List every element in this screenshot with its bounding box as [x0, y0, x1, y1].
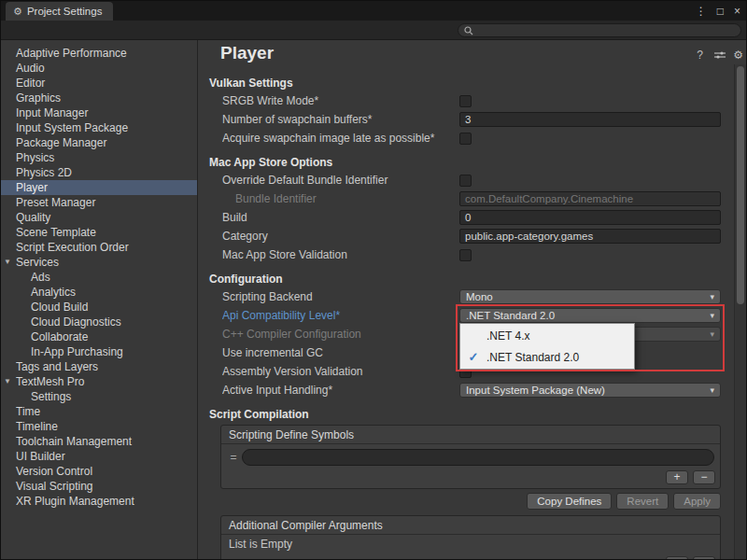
toolbar — [1, 21, 746, 40]
sidebar-item[interactable]: In-App Purchasing — [1, 344, 197, 359]
sidebar-item[interactable]: Toolchain Management — [1, 434, 197, 449]
build-field[interactable]: 0 — [459, 210, 721, 225]
sidebar-item[interactable]: Cloud Build — [1, 300, 197, 315]
sidebar-item[interactable]: Cloud Diagnostics — [1, 315, 197, 329]
sidebar-item[interactable]: Analytics — [1, 285, 197, 300]
sidebar-item[interactable]: Timeline — [1, 419, 197, 434]
category-field[interactable]: public.app-category.games — [459, 229, 721, 244]
apply-button[interactable]: Apply — [673, 493, 721, 510]
row-swapchain-buffers: Number of swapchain buffers* 3 — [198, 110, 734, 129]
sidebar-item[interactable]: Physics — [1, 150, 197, 165]
title-bar: ⚙ Project Settings ⋮ □ × — [1, 1, 746, 21]
sidebar-item[interactable]: ▼ TextMesh Pro — [1, 374, 197, 389]
sidebar-item[interactable]: Ads — [1, 270, 197, 285]
sidebar-item[interactable]: Visual Scripting — [1, 479, 197, 494]
sidebar-item-label: Version Control — [16, 465, 92, 478]
maximize-icon[interactable]: □ — [717, 5, 724, 18]
tab-project-settings[interactable]: ⚙ Project Settings — [6, 2, 113, 21]
scripting-backend-dropdown[interactable]: Mono ▾ — [459, 289, 721, 304]
sidebar-item[interactable]: Physics 2D — [1, 165, 197, 180]
sidebar-item[interactable]: Input Manager — [1, 105, 197, 120]
panel-header: Player ? ⚙ — [198, 40, 746, 68]
row-build: Build 0 — [198, 208, 734, 227]
sidebar-item[interactable]: Tags and Layers — [1, 359, 197, 374]
sidebar-item[interactable]: ▼ Services — [1, 255, 197, 270]
sidebar-item-label: Input Manager — [16, 106, 88, 119]
sidebar-item[interactable]: Quality — [1, 210, 197, 225]
sidebar-item[interactable]: Collaborate — [1, 329, 197, 344]
foldout-triangle-icon[interactable]: ▼ — [4, 374, 14, 389]
sidebar-item[interactable]: Time — [1, 404, 197, 419]
project-settings-window: ⚙ Project Settings ⋮ □ × Adaptive Perfor… — [0, 0, 747, 560]
sidebar-item-label: Visual Scripting — [16, 480, 93, 493]
sidebar-item-label: Cloud Build — [31, 301, 88, 314]
presets-icon[interactable] — [714, 50, 726, 60]
section-mac-app-store: Mac App Store Options — [209, 154, 734, 171]
checkmark-icon: ✓ — [460, 350, 486, 364]
sidebar-item-label: Graphics — [16, 91, 61, 105]
copy-defines-button[interactable]: Copy Defines — [527, 493, 612, 510]
sidebar-item-label: Scene Template — [16, 226, 96, 239]
row-acquire-swapchain: Acquire swapchain image late as possible… — [198, 129, 734, 147]
sidebar-item[interactable]: Input System Package — [1, 120, 197, 135]
foldout-triangle-icon[interactable]: ▼ — [4, 255, 14, 270]
swapchain-buffers-field[interactable]: 3 — [459, 112, 721, 127]
close-icon[interactable]: × — [734, 5, 740, 18]
panel-gear-icon[interactable]: ⚙ — [733, 49, 743, 62]
page-title: Player — [220, 43, 274, 63]
srgb-write-mode-checkbox[interactable] — [459, 95, 472, 107]
help-icon[interactable]: ? — [697, 49, 703, 62]
window-menu-icon[interactable]: ⋮ — [696, 5, 707, 18]
sidebar-item[interactable]: Graphics — [1, 91, 197, 105]
sidebar-item[interactable]: Script Execution Order — [1, 240, 197, 255]
search-box[interactable] — [458, 23, 741, 37]
window-controls: ⋮ □ × — [696, 1, 740, 21]
sidebar-item[interactable]: Audio — [1, 61, 197, 76]
sidebar-item[interactable]: Package Manager — [1, 135, 197, 150]
sidebar-item-label: XR Plugin Management — [16, 495, 134, 508]
sidebar-item[interactable]: Version Control — [1, 464, 197, 479]
section-script-compilation: Script Compilation — [209, 406, 734, 423]
mac-validation-checkbox[interactable] — [459, 249, 472, 261]
sidebar-item-label: UI Builder — [16, 450, 65, 463]
sidebar-item[interactable]: Preset Manager — [1, 195, 197, 210]
remove-define-button[interactable]: − — [693, 470, 715, 484]
active-input-dropdown[interactable]: Input System Package (New) ▾ — [459, 383, 721, 398]
drag-handle-icon[interactable]: = — [227, 451, 240, 464]
list-empty-label: List is Empty — [221, 535, 720, 553]
sidebar-item[interactable]: UI Builder — [1, 449, 197, 464]
vertical-scrollbar[interactable] — [734, 64, 746, 559]
acquire-swapchain-checkbox[interactable] — [459, 133, 472, 145]
sidebar-item[interactable]: Player — [1, 180, 197, 195]
section-vulkan-settings: Vulkan Settings — [209, 75, 734, 91]
sidebar-item-label: Input System Package — [16, 121, 128, 134]
remove-argument-button[interactable]: − — [693, 556, 715, 559]
api-compatibility-dropdown[interactable]: .NET Standard 2.0 ▾ — [459, 308, 721, 323]
override-bundle-checkbox[interactable] — [459, 175, 472, 187]
player-settings-content: Vulkan Settings SRGB Write Mode* Number … — [198, 68, 734, 559]
sidebar-item[interactable]: Settings — [1, 389, 197, 404]
menu-item-net4x[interactable]: .NET 4.x — [460, 325, 634, 346]
sidebar-item-label: Package Manager — [16, 136, 106, 149]
add-argument-button[interactable]: + — [666, 556, 688, 559]
sidebar-item[interactable]: Editor — [1, 76, 197, 91]
search-input[interactable] — [477, 24, 735, 37]
row-override-bundle: Override Default Bundle Identifier — [198, 171, 734, 189]
scrollbar-thumb[interactable] — [737, 66, 744, 304]
sidebar-item-label: Preset Manager — [16, 196, 95, 209]
add-define-button[interactable]: + — [666, 470, 688, 484]
settings-gear-icon: ⚙ — [13, 6, 22, 18]
sidebar-item[interactable]: Adaptive Performance — [1, 46, 197, 61]
bundle-identifier-field: com.DefaultCompany.Cinemachine — [459, 191, 721, 206]
define-symbols-input[interactable] — [242, 449, 714, 466]
define-buttons-row: Copy Defines Revert Apply — [198, 493, 721, 510]
sidebar-item-label: Cloud Diagnostics — [31, 315, 121, 329]
additional-compiler-arguments-box: Additional Compiler Arguments List is Em… — [220, 515, 721, 559]
player-settings-panel: Player ? ⚙ Vulkan Settings SRGB Write Mo… — [198, 40, 746, 559]
menu-item-net-standard[interactable]: ✓ .NET Standard 2.0 — [460, 346, 634, 368]
revert-button[interactable]: Revert — [616, 493, 669, 510]
sidebar-item-label: In-App Purchasing — [31, 345, 123, 358]
sidebar-item[interactable]: XR Plugin Management — [1, 494, 197, 509]
sidebar-item-label: Quality — [16, 211, 50, 224]
sidebar-item[interactable]: Scene Template — [1, 225, 197, 240]
